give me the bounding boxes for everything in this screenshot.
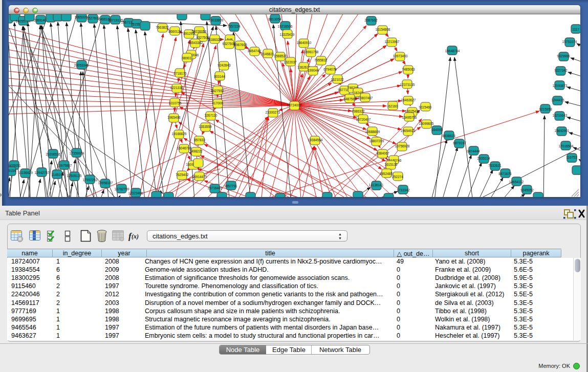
svg-text:17359924: 17359924 — [70, 151, 84, 155]
svg-text:1010755: 1010755 — [168, 101, 182, 105]
svg-text:15751074: 15751074 — [562, 40, 577, 43]
svg-text:6487565: 6487565 — [343, 97, 357, 101]
svg-text:9115460: 9115460 — [419, 105, 432, 109]
svg-text:10654112: 10654112 — [509, 180, 524, 184]
svg-text:9329966: 9329966 — [557, 54, 570, 58]
svg-text:6879197: 6879197 — [453, 141, 466, 145]
svg-text:7357224: 7357224 — [227, 25, 241, 28]
svg-text:1353559: 1353559 — [199, 125, 212, 128]
svg-text:15716485: 15716485 — [208, 186, 223, 190]
svg-text:13325419: 13325419 — [280, 33, 295, 36]
svg-text:18724007: 18724007 — [287, 103, 302, 107]
svg-text:8471676: 8471676 — [498, 172, 512, 176]
svg-text:7986322: 7986322 — [352, 110, 365, 113]
svg-text:17016504: 17016504 — [559, 144, 574, 148]
svg-text:19166825: 19166825 — [172, 132, 187, 136]
svg-text:39154: 39154 — [9, 169, 16, 172]
svg-text:9215958: 9215958 — [539, 107, 552, 111]
svg-text:2718176: 2718176 — [173, 72, 187, 75]
svg-text:7625402: 7625402 — [176, 173, 189, 177]
svg-text:9242843: 9242843 — [217, 63, 231, 67]
svg-text:12505135: 12505135 — [67, 174, 82, 178]
svg-text:15720407: 15720407 — [356, 118, 371, 121]
svg-text:16463627: 16463627 — [401, 98, 416, 102]
svg-text:417006: 417006 — [212, 101, 223, 105]
svg-text:10958107: 10958107 — [98, 181, 113, 185]
svg-text:10975887: 10975887 — [57, 164, 72, 167]
svg-text:164095: 164095 — [431, 128, 443, 132]
svg-text:16648784: 16648784 — [445, 49, 460, 53]
svg-text:1527602: 1527602 — [86, 16, 100, 20]
svg-text:1322037: 1322037 — [284, 60, 297, 64]
svg-text:20206536: 20206536 — [46, 152, 61, 156]
svg-text:10756928: 10756928 — [395, 144, 410, 148]
svg-text:20053346: 20053346 — [74, 63, 89, 67]
svg-text:8660124: 8660124 — [168, 30, 182, 33]
svg-text:8938923: 8938923 — [442, 134, 455, 138]
svg-text:9146821: 9146821 — [261, 52, 274, 56]
svg-text:199044: 199044 — [308, 69, 319, 72]
svg-text:16914479: 16914479 — [192, 175, 207, 179]
svg-text:11156829: 11156829 — [18, 171, 33, 174]
svg-text:9227342: 9227342 — [554, 69, 568, 72]
svg-text:114519: 114519 — [51, 173, 62, 177]
svg-text:8454749: 8454749 — [248, 49, 261, 53]
svg-text:10973493: 10973493 — [393, 54, 408, 58]
svg-text:9474444: 9474444 — [467, 149, 480, 153]
svg-text:12323466: 12323466 — [128, 191, 143, 195]
svg-text:9857791: 9857791 — [224, 184, 237, 188]
svg-text:18807209: 18807209 — [369, 139, 384, 143]
svg-text:12213967: 12213967 — [385, 40, 400, 43]
svg-text:252274: 252274 — [392, 175, 403, 179]
svg-text:1965498: 1965498 — [167, 116, 181, 119]
svg-text:1588520: 1588520 — [274, 54, 287, 58]
svg-text:7485063: 7485063 — [402, 68, 415, 71]
svg-text:3498222: 3498222 — [189, 149, 203, 153]
svg-text:1615132: 1615132 — [384, 163, 398, 166]
svg-text:16099605: 16099605 — [419, 122, 434, 125]
svg-text:12093873: 12093873 — [553, 84, 568, 87]
svg-text:16543362: 16543362 — [188, 41, 203, 45]
svg-text:7632621: 7632621 — [488, 164, 502, 167]
svg-text:8186323: 8186323 — [208, 38, 222, 41]
svg-text:2967608: 2967608 — [234, 43, 247, 47]
svg-text:16782759: 16782759 — [115, 187, 129, 191]
svg-text:9327508: 9327508 — [222, 42, 235, 46]
svg-text:1221338: 1221338 — [170, 86, 183, 90]
svg-text:1244415: 1244415 — [551, 98, 564, 102]
svg-text:98901: 98901 — [182, 56, 191, 60]
svg-text:6794078: 6794078 — [323, 68, 337, 71]
svg-text:14136141: 14136141 — [369, 183, 384, 187]
svg-text:10033809: 10033809 — [209, 18, 224, 22]
svg-text:18640910: 18640910 — [297, 41, 312, 45]
svg-text:12942757: 12942757 — [35, 171, 50, 174]
svg-text:9384067: 9384067 — [376, 151, 389, 155]
svg-text:8427552: 8427552 — [211, 89, 224, 93]
svg-text:16154808: 16154808 — [376, 28, 390, 31]
svg-text:19654923: 19654923 — [401, 129, 416, 133]
svg-text:19384554: 19384554 — [308, 138, 323, 142]
svg-text:9245052: 9245052 — [520, 188, 534, 192]
svg-text:10807487: 10807487 — [358, 96, 373, 100]
svg-text:1621022: 1621022 — [331, 78, 344, 81]
svg-text:(x): (x) — [132, 233, 139, 240]
svg-text:16210643: 16210643 — [553, 114, 568, 117]
svg-text:803144: 803144 — [214, 75, 225, 78]
svg-text:15692901: 15692901 — [555, 129, 570, 133]
svg-text:17957253: 17957253 — [83, 178, 98, 182]
svg-text:10688609: 10688609 — [365, 130, 380, 134]
svg-text:7955812: 7955812 — [314, 58, 328, 62]
svg-text:116753: 116753 — [566, 156, 577, 159]
svg-text:13495756: 13495756 — [402, 116, 417, 119]
svg-text:62160: 62160 — [388, 104, 398, 108]
svg-text:3267110: 3267110 — [205, 114, 217, 117]
svg-text:857833: 857833 — [194, 138, 205, 142]
svg-text:2087662: 2087662 — [364, 18, 378, 22]
svg-text:2935114: 2935114 — [477, 157, 490, 160]
svg-text:16961758: 16961758 — [304, 50, 319, 54]
svg-text:19218506: 19218506 — [278, 25, 293, 28]
svg-text:1733342: 1733342 — [397, 188, 410, 192]
svg-text:23300273: 23300273 — [266, 111, 280, 114]
svg-text:12373135: 12373135 — [400, 83, 415, 86]
svg-text:1117: 1117 — [572, 28, 579, 31]
